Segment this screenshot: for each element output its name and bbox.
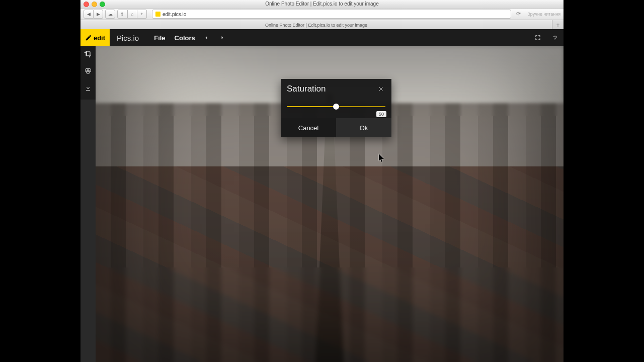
tab-title: Online Photo Editor | Edit.pics.io to ed… (265, 23, 367, 28)
pencil-icon (85, 34, 92, 41)
reader-label[interactable]: Зручне читання (527, 12, 560, 17)
download-icon (85, 84, 92, 92)
browser-tab[interactable]: Online Photo Editor | Edit.pics.io to ed… (80, 20, 552, 30)
brand-name[interactable]: Pics.io (110, 34, 146, 42)
fullscreen-button[interactable] (529, 29, 546, 46)
download-tool[interactable] (84, 83, 93, 93)
reload-button[interactable]: ⟳ (516, 11, 523, 18)
icloud-button[interactable]: ☁ (105, 10, 115, 19)
window-title: Online Photo Editor | Edit.pics.io to ed… (265, 1, 379, 7)
address-text: edit.pics.io (163, 12, 186, 17)
brand-edit-text: edit (94, 34, 105, 42)
brand-edit-badge[interactable]: edit (80, 29, 110, 46)
traffic-close-icon[interactable] (84, 2, 89, 7)
share-button[interactable]: ⇪ (117, 10, 127, 19)
main-menu: File Colors (154, 34, 195, 42)
menu-file[interactable]: File (154, 34, 165, 42)
traffic-minimize-icon[interactable] (92, 2, 97, 7)
slider-thumb[interactable] (333, 104, 339, 110)
close-icon (378, 86, 384, 92)
left-toolbar (80, 46, 96, 100)
cancel-button[interactable]: Cancel (281, 118, 336, 137)
help-button[interactable]: ? (546, 29, 564, 46)
favicon-icon (155, 12, 160, 17)
venn-icon (84, 67, 92, 75)
nav-back-forward: ◀ ▶ (84, 10, 103, 19)
app-topbar: edit Pics.io File Colors ? (80, 29, 564, 46)
crop-tool[interactable] (84, 49, 93, 58)
ok-button[interactable]: Ok (336, 118, 391, 137)
back-button[interactable]: ◀ (84, 10, 94, 19)
traffic-zoom-icon[interactable] (100, 2, 105, 7)
undo-button[interactable] (201, 33, 211, 43)
canvas[interactable]: Saturation 50 Cancel Ok (96, 46, 564, 362)
browser-toolbar: ◀ ▶ ☁ ⇪ ⌂ + edit.pics.io ⟳ Зручне читанн… (80, 9, 564, 20)
window-titlebar: Online Photo Editor | Edit.pics.io to ed… (80, 0, 564, 9)
menu-colors[interactable]: Colors (175, 34, 195, 42)
dialog-close-button[interactable] (376, 84, 385, 94)
dialog-title: Saturation (287, 84, 326, 94)
app-root: edit Pics.io File Colors ? (80, 29, 564, 362)
arrow-left-icon (203, 35, 209, 41)
redo-button[interactable] (217, 33, 227, 43)
saturation-dialog: Saturation 50 Cancel Ok (281, 79, 391, 137)
fullscreen-icon (534, 34, 541, 41)
slider-value: 50 (376, 111, 386, 117)
add-button[interactable]: + (137, 10, 147, 19)
crop-icon (84, 50, 92, 58)
address-bar[interactable]: edit.pics.io (152, 10, 511, 19)
adjust-tool[interactable] (84, 66, 93, 75)
new-tab-button[interactable]: + (552, 20, 564, 30)
add-bookmark-button[interactable]: ⌂ (127, 10, 137, 19)
arrow-right-icon (219, 35, 225, 41)
saturation-slider[interactable] (287, 106, 385, 107)
forward-button[interactable]: ▶ (94, 10, 103, 19)
